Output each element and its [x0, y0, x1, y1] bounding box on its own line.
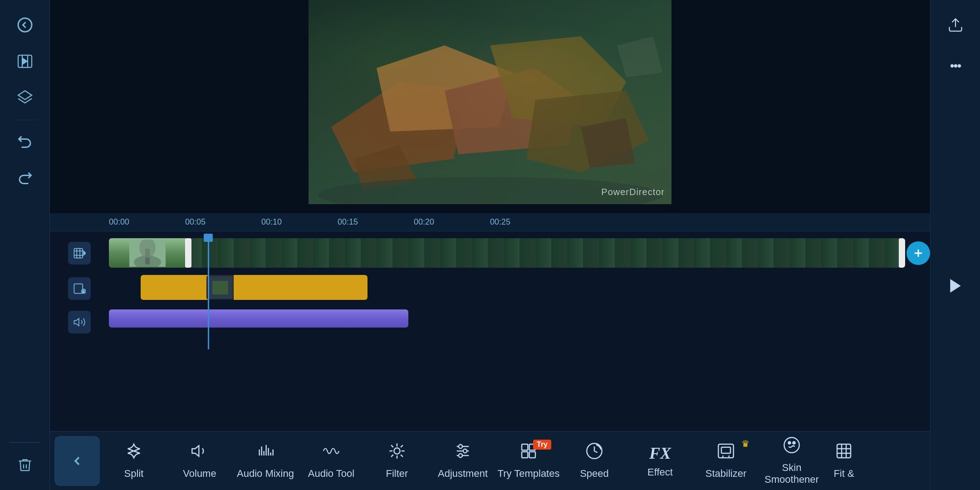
clip-foggy-segment	[109, 238, 186, 268]
svg-rect-64	[721, 447, 730, 453]
ruler-mark-0: 00:00	[109, 217, 185, 227]
right-sidebar: •••	[930, 0, 980, 490]
effect-icon: FX	[649, 444, 671, 463]
media-music-icon[interactable]	[9, 45, 41, 77]
svg-marker-4	[18, 91, 32, 100]
audio-mixing-label: Audio Mixing	[237, 468, 294, 480]
svg-line-46	[391, 445, 393, 447]
split-icon	[125, 442, 143, 464]
preview-row: PowerDirector	[50, 0, 930, 213]
tool-audio-mixing[interactable]: Audio Mixing	[234, 436, 297, 486]
fit-label: Fit &	[833, 468, 854, 480]
svg-rect-58	[522, 444, 528, 450]
timeline-area: 00:00 00:05 00:10 00:15 00:20 00:25	[50, 213, 930, 490]
overlay-track-1-icon[interactable]: 2	[68, 277, 91, 300]
audio-track-icon[interactable]	[68, 311, 91, 333]
overlay-track-1-content	[109, 273, 930, 304]
filter-label: Filter	[386, 468, 408, 480]
left-sidebar	[0, 0, 50, 490]
svg-marker-34	[74, 318, 79, 325]
svg-rect-33	[212, 281, 228, 294]
svg-rect-26	[129, 240, 166, 267]
ruler-mark-1: 00:05	[185, 217, 261, 227]
skin-smoothener-icon	[783, 436, 801, 458]
filter-icon	[388, 442, 406, 464]
svg-marker-35	[192, 446, 199, 456]
ruler-mark-3: 00:15	[338, 217, 414, 227]
upload-icon[interactable]	[940, 9, 971, 41]
tool-split[interactable]: Split	[102, 436, 166, 486]
timeline-ruler: 00:00 00:05 00:10 00:15 00:20 00:25	[50, 213, 930, 231]
svg-point-43	[394, 448, 400, 454]
svg-rect-61	[529, 452, 535, 458]
speed-icon	[585, 442, 603, 464]
tool-adjustment[interactable]: Adjustment	[431, 436, 495, 486]
tool-speed[interactable]: Speed	[563, 436, 626, 486]
clip-main-segment	[186, 238, 905, 268]
undo-icon[interactable]	[9, 127, 41, 158]
skin-smoothener-label: Skin Smoothener	[760, 462, 823, 485]
svg-line-50	[391, 455, 393, 457]
delete-icon[interactable]	[9, 449, 41, 481]
playhead-line	[208, 236, 209, 349]
adjustment-label: Adjustment	[438, 468, 488, 480]
stabilizer-label: Stabilizer	[706, 468, 746, 480]
play-button[interactable]	[937, 268, 974, 304]
timeline-tracks: 2	[50, 231, 930, 431]
svg-point-67	[784, 437, 799, 452]
overlay-track-1-row: 2	[50, 273, 930, 304]
svg-marker-76	[950, 279, 960, 293]
svg-rect-70	[837, 444, 851, 458]
main-video-clip[interactable]	[109, 238, 905, 268]
preview-left-space	[50, 0, 309, 213]
svg-line-47	[401, 455, 403, 457]
svg-line-51	[401, 445, 403, 447]
tool-effect[interactable]: FX Effect	[628, 436, 692, 486]
tool-filter[interactable]: Filter	[365, 436, 429, 486]
svg-rect-63	[718, 444, 733, 458]
tool-skin-smoothener[interactable]: Skin Smoothener	[760, 436, 823, 486]
templates-label: Try Templates	[498, 468, 560, 480]
audio-clip[interactable]	[109, 309, 408, 328]
video-rocks-bg	[309, 0, 671, 204]
main-content: PowerDirector 00:00 00:05 00:10 00:15 00…	[50, 0, 930, 490]
overlay-clip-2[interactable]	[206, 275, 368, 300]
video-track-icon[interactable]	[68, 242, 91, 265]
add-track-button[interactable]	[906, 241, 930, 265]
track-controls-1	[50, 242, 109, 265]
video-preview: PowerDirector	[309, 0, 671, 204]
fit-icon	[835, 442, 853, 464]
svg-rect-15	[309, 0, 671, 204]
trim-handle-left[interactable]	[185, 238, 191, 268]
audio-tool-icon	[322, 442, 340, 464]
redo-icon[interactable]	[9, 163, 41, 195]
trim-handle-right[interactable]	[899, 238, 905, 268]
tool-templates[interactable]: Try Try Templates	[497, 436, 560, 486]
toolbar-back-button[interactable]	[54, 436, 100, 486]
ruler-mark-5: 00:25	[490, 217, 566, 227]
audio-track-content	[109, 307, 930, 337]
sidebar-divider-2	[9, 442, 41, 443]
audio-tool-label: Audio Tool	[308, 468, 354, 480]
bottom-toolbar: Split Volume	[50, 431, 930, 490]
svg-point-69	[793, 442, 795, 444]
sidebar-divider-1	[14, 120, 36, 120]
tool-audio-tool[interactable]: Audio Tool	[299, 436, 363, 486]
volume-label: Volume	[183, 468, 216, 480]
more-dots: •••	[950, 59, 960, 73]
main-video-track	[50, 236, 930, 270]
svg-marker-21	[83, 251, 86, 255]
back-nav-icon[interactable]	[9, 9, 41, 41]
tool-stabilizer[interactable]: ♛ Stabilizer	[694, 436, 758, 486]
ruler-mark-2: 00:10	[261, 217, 338, 227]
ruler-marks: 00:00 00:05 00:10 00:15 00:20 00:25	[109, 217, 566, 227]
playhead-top	[204, 234, 213, 242]
audio-mixing-icon	[256, 442, 274, 464]
overlay-clip-2-thumb	[206, 275, 234, 300]
tool-fit[interactable]: Fit &	[826, 436, 862, 486]
volume-icon	[191, 442, 209, 464]
layers-icon[interactable]	[9, 82, 41, 113]
more-options-icon[interactable]: •••	[940, 50, 971, 82]
tool-volume[interactable]: Volume	[168, 436, 231, 486]
adjustment-icon	[454, 442, 472, 464]
